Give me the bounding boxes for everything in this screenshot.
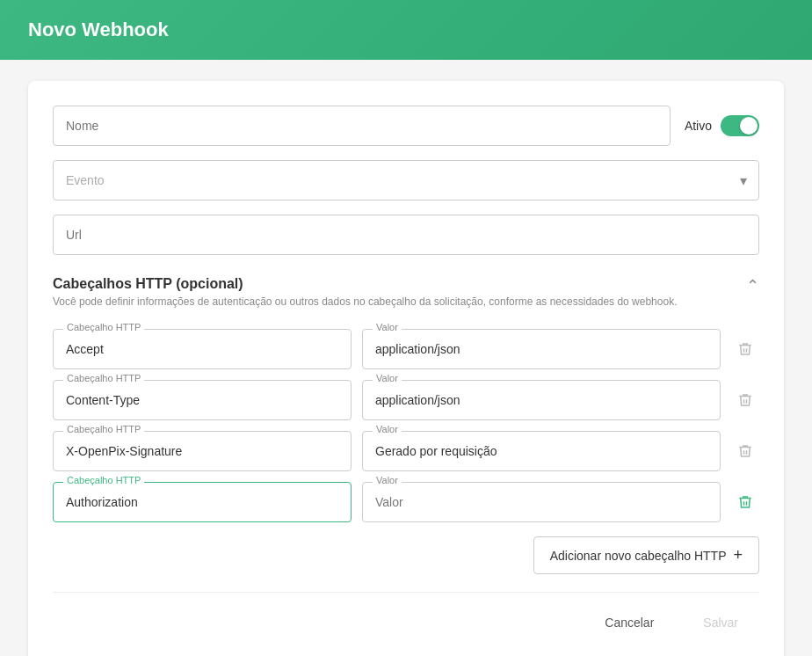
delete-button-2[interactable] xyxy=(731,386,759,414)
evento-select[interactable]: Evento xyxy=(53,160,759,200)
table-row: Cabeçalho HTTP Valor xyxy=(53,482,759,522)
table-row: Cabeçalho HTTP Valor xyxy=(53,380,759,420)
value-label-1: Valor xyxy=(373,322,402,332)
header-input-1[interactable] xyxy=(53,329,352,369)
value-label-4: Valor xyxy=(373,475,402,485)
value-field-4: Valor xyxy=(362,482,721,522)
delete-button-4[interactable] xyxy=(731,488,759,516)
url-input[interactable] xyxy=(53,215,759,255)
value-field-2: Valor xyxy=(362,380,721,420)
delete-button-1[interactable] xyxy=(731,335,759,363)
header-field-2: Cabeçalho HTTP xyxy=(53,380,352,420)
save-button[interactable]: Salvar xyxy=(682,607,759,638)
header-label-1: Cabeçalho HTTP xyxy=(63,322,144,332)
form-footer: Cancelar Salvar xyxy=(53,592,759,638)
ativo-toggle[interactable] xyxy=(721,115,759,136)
ativo-label: Ativo xyxy=(685,119,712,133)
http-section: Cabeçalhos HTTP (opcional) Você pode def… xyxy=(53,276,759,574)
value-field-1: Valor xyxy=(362,329,721,369)
header-field-4: Cabeçalho HTTP xyxy=(53,482,352,522)
header-input-2[interactable] xyxy=(53,380,352,420)
collapse-icon[interactable]: ⌃ xyxy=(746,276,759,295)
value-label-3: Valor xyxy=(373,424,402,434)
table-row: Cabeçalho HTTP Valor xyxy=(53,329,759,369)
name-field-wrapper xyxy=(53,106,671,146)
value-input-3[interactable] xyxy=(362,431,721,471)
table-row: Cabeçalho HTTP Valor xyxy=(53,431,759,471)
name-input[interactable] xyxy=(53,106,671,146)
header-label-3: Cabeçalho HTTP xyxy=(63,424,144,434)
url-wrapper xyxy=(53,215,759,255)
header: Novo Webhook xyxy=(0,0,812,60)
plus-icon: + xyxy=(733,546,743,565)
header-input-3[interactable] xyxy=(53,431,352,471)
form-card: Ativo Evento ▾ Cabeçalhos HTTP (opcional… xyxy=(28,81,784,656)
value-input-4[interactable] xyxy=(362,482,721,522)
header-field-1: Cabeçalho HTTP xyxy=(53,329,352,369)
section-title: Cabeçalhos HTTP (opcional) xyxy=(53,276,677,292)
http-rows: Cabeçalho HTTP Valor xyxy=(53,329,759,522)
add-header-label: Adicionar novo cabeçalho HTTP xyxy=(550,549,727,563)
delete-button-3[interactable] xyxy=(731,437,759,465)
main-content: Ativo Evento ▾ Cabeçalhos HTTP (opcional… xyxy=(0,60,812,656)
header-label-4: Cabeçalho HTTP xyxy=(63,475,144,485)
header-field-3: Cabeçalho HTTP xyxy=(53,431,352,471)
header-label-2: Cabeçalho HTTP xyxy=(63,373,144,383)
add-header-button[interactable]: Adicionar novo cabeçalho HTTP + xyxy=(533,536,759,574)
value-input-1[interactable] xyxy=(362,329,721,369)
section-header: Cabeçalhos HTTP (opcional) Você pode def… xyxy=(53,276,759,325)
header-input-4[interactable] xyxy=(53,482,352,522)
value-field-3: Valor xyxy=(362,431,721,471)
section-subtitle: Você pode definir informações de autenti… xyxy=(53,295,677,308)
section-header-text: Cabeçalhos HTTP (opcional) Você pode def… xyxy=(53,276,677,325)
page-title: Novo Webhook xyxy=(28,18,169,41)
cancel-button[interactable]: Cancelar xyxy=(587,607,671,638)
value-label-2: Valor xyxy=(373,373,402,383)
evento-wrapper: Evento ▾ xyxy=(53,160,759,200)
value-input-2[interactable] xyxy=(362,380,721,420)
ativo-container: Ativo xyxy=(685,115,759,136)
